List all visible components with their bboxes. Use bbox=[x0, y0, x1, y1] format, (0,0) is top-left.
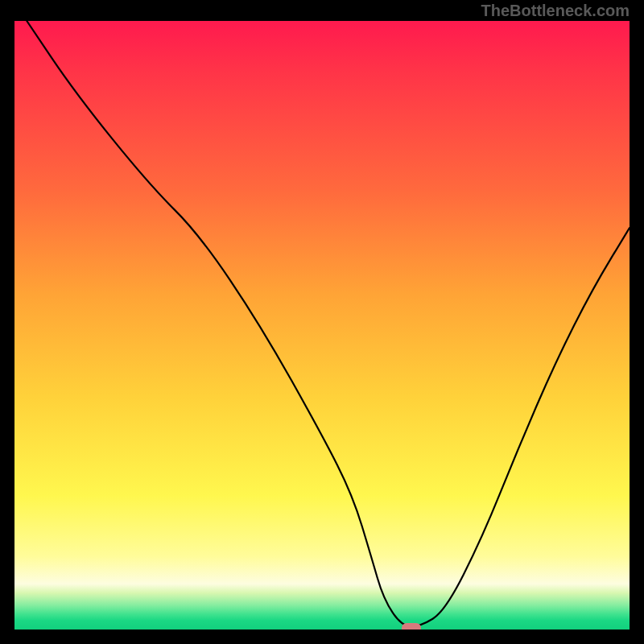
optimal-marker bbox=[402, 623, 421, 630]
bottleneck-curve-path bbox=[27, 21, 630, 626]
bottleneck-curve-svg bbox=[14, 21, 630, 630]
watermark-text: TheBottleneck.com bbox=[481, 2, 630, 20]
plot-area bbox=[14, 21, 630, 630]
